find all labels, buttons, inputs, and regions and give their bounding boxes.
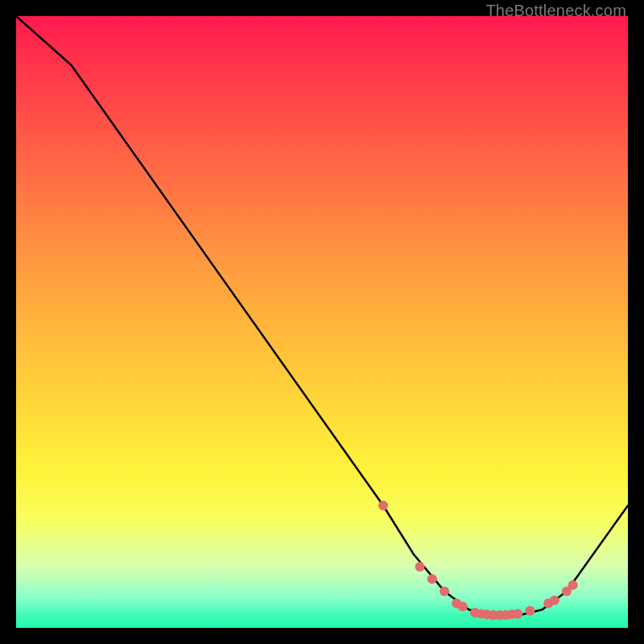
data-marker (513, 609, 522, 619)
data-marker (568, 580, 578, 590)
watermark-text: TheBottleneck.com (485, 2, 626, 20)
chart-svg (16, 16, 628, 628)
data-marker (458, 601, 468, 611)
data-markers (378, 501, 578, 620)
data-marker (550, 596, 559, 605)
data-marker (378, 501, 388, 510)
gradient-plot-area (16, 16, 628, 628)
bottleneck-curve (16, 16, 628, 616)
data-marker (427, 574, 437, 584)
data-marker (415, 562, 425, 572)
data-marker (525, 606, 535, 616)
chart-frame: TheBottleneck.com (0, 0, 644, 644)
data-marker (440, 586, 449, 596)
